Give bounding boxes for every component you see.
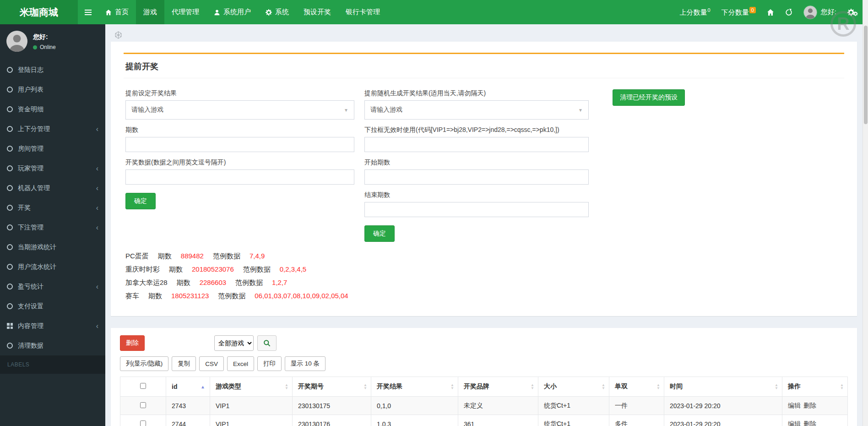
circle-icon xyxy=(7,87,13,93)
column-header-brand[interactable]: 开奖品牌▲▼ xyxy=(458,377,538,397)
circle-icon xyxy=(7,284,13,289)
sidebar: 您好: Online 登陆日志 用户列表 资金明细 上下分管理‹ 房间管理 玩家… xyxy=(0,24,105,426)
user-menu[interactable]: 您好: xyxy=(803,5,836,19)
avatar xyxy=(803,5,817,19)
settings-gears-icon[interactable] xyxy=(847,9,858,16)
random-result-game-select[interactable]: 请输入游戏 ▼ xyxy=(364,100,589,120)
scrollbar-thumb[interactable] xyxy=(864,26,868,124)
column-header-id[interactable]: id▲ xyxy=(166,377,210,397)
set-result-label: 提前设定开奖结果 xyxy=(125,89,354,98)
lottery-table-box: 删除 全部游戏 列(显示/隐藏) 复制 CSV Excel 打印 显示 10 条 xyxy=(111,328,857,426)
edit-link[interactable]: 编辑 xyxy=(788,402,801,409)
copy-button[interactable]: 复制 xyxy=(172,356,196,371)
chevron-left-icon: ‹ xyxy=(96,322,98,330)
nav-item-system[interactable]: 系统 xyxy=(258,0,296,24)
column-header-game-type[interactable]: 游戏类型▲▼ xyxy=(210,377,293,397)
up-score-count: 0 xyxy=(708,7,711,13)
excel-button[interactable]: Excel xyxy=(227,356,254,371)
table-tools: 列(显示/隐藏) 复制 CSV Excel 打印 显示 10 条 xyxy=(120,356,848,371)
down-score-link[interactable]: 下分数量0 xyxy=(722,7,756,17)
sort-icon: ▲▼ xyxy=(363,383,367,390)
refresh-icon[interactable] xyxy=(785,9,792,16)
column-header-issue[interactable]: 开奖期号▲▼ xyxy=(293,377,371,397)
clear-preset-button[interactable]: 清理已经开奖的预设 xyxy=(613,89,685,106)
issue-label: 期数 xyxy=(125,126,354,134)
set-result-game-select[interactable]: 请输入游戏 ▼ xyxy=(125,100,354,120)
up-score-link[interactable]: 上分数量0 xyxy=(680,7,711,17)
row-checkbox[interactable] xyxy=(140,402,146,408)
nav-item-agent-management[interactable]: 代理管理 xyxy=(164,0,206,24)
fallback-code-input[interactable] xyxy=(364,137,589,152)
sidebar-item-current-game-stats[interactable]: 当期游戏统计 xyxy=(0,237,105,257)
brand-logo[interactable]: 米珈商城 xyxy=(0,0,78,24)
lottery-data-input[interactable] xyxy=(125,169,354,185)
sidebar-item-login-logs[interactable]: 登陆日志 xyxy=(0,60,105,80)
circle-icon xyxy=(7,343,13,349)
search-icon xyxy=(263,339,271,347)
sidebar-item-player-management[interactable]: 玩家管理‹ xyxy=(0,158,105,178)
search-button[interactable] xyxy=(257,335,277,351)
example-data-list: PC蛋蛋期数889482范例数据7,4,9 重庆时时彩期数20180523076… xyxy=(124,242,844,307)
page-length-button[interactable]: 显示 10 条 xyxy=(285,356,326,371)
sidebar-item-user-list[interactable]: 用户列表 xyxy=(0,80,105,99)
column-header-result[interactable]: 开奖结果▲▼ xyxy=(371,377,458,397)
sidebar-item-content-management[interactable]: 内容管理‹ xyxy=(0,316,105,336)
page-title: 提前开奖 xyxy=(124,54,844,78)
row-checkbox[interactable] xyxy=(140,421,146,426)
sidebar-item-clean-data[interactable]: 清理数据 xyxy=(0,336,105,355)
sidebar-item-lottery[interactable]: 开奖‹ xyxy=(0,198,105,218)
delete-button[interactable]: 删除 xyxy=(120,335,145,351)
window-scrollbar[interactable] xyxy=(863,0,868,426)
circle-icon xyxy=(7,126,13,132)
example-line-canada28: 加拿大幸运28期数2286603范例数据1,2,7 xyxy=(125,276,842,289)
column-header-parity[interactable]: 单双▲▼ xyxy=(609,377,664,397)
sort-icon: ▲▼ xyxy=(840,383,844,390)
circle-icon xyxy=(7,303,13,309)
nav-item-preset-lottery[interactable]: 预设开奖 xyxy=(296,0,338,24)
preset-lottery-box: 提前开奖 提前设定开奖结果 请输入游戏 ▼ 期数 xyxy=(111,42,857,316)
sort-icon: ▲▼ xyxy=(656,383,660,390)
sidebar-user-panel: 您好: Online xyxy=(0,24,105,60)
start-issue-input[interactable] xyxy=(364,169,589,185)
hexagon-icon xyxy=(114,31,122,39)
sidebar-item-profit-loss-stats[interactable]: 盈亏统计‹ xyxy=(0,277,105,296)
sidebar-item-bet-management[interactable]: 下注管理‹ xyxy=(0,218,105,237)
csv-button[interactable]: CSV xyxy=(199,356,224,371)
chevron-left-icon: ‹ xyxy=(96,224,98,231)
delete-link[interactable]: 删除 xyxy=(803,420,816,426)
gear-icon xyxy=(266,9,272,16)
delete-link[interactable]: 删除 xyxy=(803,402,816,409)
sidebar-item-payment-settings[interactable]: 支付设置 xyxy=(0,296,105,316)
confirm-button-left[interactable]: 确定 xyxy=(125,193,156,209)
game-filter-select[interactable]: 全部游戏 xyxy=(214,335,254,351)
print-button[interactable]: 打印 xyxy=(257,356,282,371)
end-issue-input[interactable] xyxy=(364,202,589,217)
nav-item-home[interactable]: 首页 xyxy=(98,0,136,24)
lottery-data-label: 开奖数据(数据之间用英文逗号隔开) xyxy=(125,158,354,167)
sidebar-toggle-button[interactable] xyxy=(78,0,98,24)
sidebar-item-robot-management[interactable]: 机器人管理‹ xyxy=(0,178,105,198)
sidebar-item-fund-details[interactable]: 资金明细 xyxy=(0,99,105,119)
sidebar-labels-header: LABELS xyxy=(0,355,105,374)
home-shortcut-icon[interactable] xyxy=(767,9,774,16)
sidebar-item-score-management[interactable]: 上下分管理‹ xyxy=(0,119,105,139)
nav-item-games[interactable]: 游戏 xyxy=(136,0,164,24)
edit-link[interactable]: 编辑 xyxy=(788,420,801,426)
fallback-code-label: 下拉框无效时使用(代码[VIP1=>bj28,VIP2=>jnd28,=>cqs… xyxy=(364,126,589,134)
nav-item-bank-card-management[interactable]: 银行卡管理 xyxy=(338,0,387,24)
issue-input[interactable] xyxy=(125,137,354,152)
column-header-time[interactable]: 时间▲▼ xyxy=(664,377,782,397)
topbar-right: 上分数量0 下分数量0 您好: xyxy=(680,0,868,24)
nav-item-system-users[interactable]: 系统用户 xyxy=(206,0,258,24)
columns-toggle-button[interactable]: 列(显示/隐藏) xyxy=(120,356,168,371)
select-all-checkbox[interactable] xyxy=(140,383,146,389)
chevron-down-icon: ▼ xyxy=(578,108,583,113)
sort-icon: ▲▼ xyxy=(602,383,605,390)
confirm-button-right[interactable]: 确定 xyxy=(364,225,395,242)
sidebar-item-user-flow-stats[interactable]: 用户流水统计 xyxy=(0,257,105,277)
grid-icon xyxy=(7,323,13,329)
random-result-label: 提前随机生成开奖结果(适用当天,请勿隔天) xyxy=(364,89,589,98)
column-header-size[interactable]: 大小▲▼ xyxy=(538,377,609,397)
sidebar-item-room-management[interactable]: 房间管理 xyxy=(0,139,105,158)
column-header-actions[interactable]: 操作▲▼ xyxy=(782,377,848,397)
